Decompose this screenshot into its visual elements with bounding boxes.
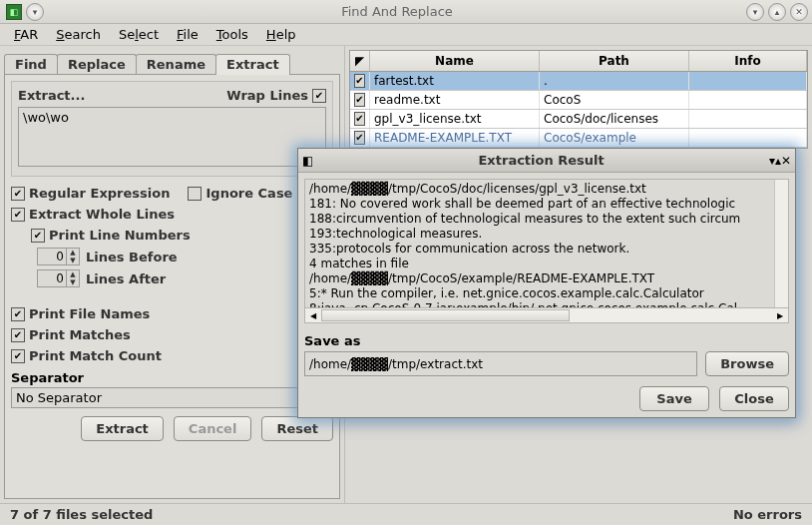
whole-lines-checkbox[interactable] — [11, 208, 25, 222]
header-info[interactable]: Info — [689, 51, 807, 71]
menu-tools[interactable]: Tools — [208, 25, 256, 44]
tab-replace[interactable]: Replace — [57, 54, 137, 74]
lines-before-spinner[interactable]: ▲▼ — [37, 248, 80, 265]
cell-name: readme.txt — [370, 91, 540, 109]
menu-file[interactable]: File — [169, 25, 206, 44]
status-errors: No errors — [733, 507, 802, 522]
result-line: 5:* Run the compiler, i.e. net.gnice.coc… — [309, 286, 784, 301]
tab-rename[interactable]: Rename — [136, 54, 216, 74]
lines-before-input[interactable] — [38, 250, 66, 263]
cell-name: fartest.txt — [370, 72, 540, 90]
extract-button[interactable]: Extract — [81, 416, 164, 441]
wrap-lines-label: Wrap Lines — [226, 88, 308, 103]
cell-info — [689, 91, 807, 109]
result-line: 181: No covered work shall be deemed par… — [309, 197, 784, 212]
vertical-scrollbar[interactable] — [774, 180, 788, 307]
result-line: 4 matches in file — [309, 257, 784, 271]
line-numbers-label: Print Line Numbers — [49, 228, 191, 243]
close-icon[interactable]: ✕ — [790, 3, 808, 21]
print-file-names-checkbox[interactable] — [11, 307, 25, 321]
menu-select[interactable]: Select — [111, 25, 167, 44]
header-name[interactable]: Name — [370, 51, 540, 71]
table-row[interactable]: gpl_v3_license.txt CocoS/doc/licenses — [350, 110, 807, 129]
window-title: Find And Replace — [48, 4, 746, 19]
separator-value[interactable] — [12, 388, 314, 407]
status-selection: 7 of 7 files selected — [10, 507, 153, 522]
statusbar: 7 of 7 files selected No errors — [0, 503, 812, 525]
dialog-title: Extraction Result — [313, 153, 769, 168]
close-button[interactable]: Close — [719, 386, 789, 411]
cell-info — [689, 110, 807, 128]
lines-after-spinner[interactable]: ▲▼ — [37, 269, 80, 287]
print-match-count-label: Print Match Count — [29, 348, 162, 363]
cancel-button: Cancel — [174, 416, 252, 441]
reset-button[interactable]: Reset — [261, 416, 333, 441]
scroll-left-icon[interactable]: ◀ — [305, 308, 321, 322]
table-row[interactable]: README-EXAMPLE.TXT CocoS/example — [350, 129, 807, 148]
result-line: 188:circumvention of technological measu… — [309, 212, 784, 227]
save-button[interactable]: Save — [639, 386, 709, 411]
print-matches-label: Print Matches — [29, 327, 131, 342]
dialog-close-icon[interactable]: ✕ — [781, 154, 791, 168]
titlebar: ◧ ▾ Find And Replace ▾ ▴ ✕ — [0, 0, 812, 24]
lines-after-input[interactable] — [38, 271, 66, 285]
line-numbers-checkbox[interactable] — [31, 229, 45, 243]
whole-lines-label: Extract Whole Lines — [29, 207, 175, 222]
menubar: FAR Search Select File Tools Help — [0, 24, 812, 46]
menu-search[interactable]: Search — [48, 25, 109, 44]
header-select-icon[interactable]: ◤ — [350, 51, 370, 71]
separator-combo[interactable]: ▼ — [11, 387, 333, 408]
browse-button[interactable]: Browse — [705, 351, 789, 376]
pattern-input[interactable]: \wo\wo — [18, 107, 326, 167]
extract-heading: Extract... — [18, 88, 85, 103]
wrap-lines-checkbox[interactable] — [312, 89, 326, 103]
menu-round-icon[interactable]: ▾ — [26, 3, 44, 21]
regex-checkbox[interactable] — [11, 187, 25, 201]
result-line: 193:technological measures. — [309, 227, 784, 242]
extraction-result-dialog: ◧ Extraction Result ▾ ▴ ✕ /home/▓▓▓▓/tmp… — [297, 148, 796, 418]
ignore-case-label: Ignore Case — [205, 186, 292, 201]
save-as-input[interactable] — [304, 351, 697, 376]
separator-label: Separator — [11, 370, 333, 385]
row-checkbox[interactable] — [354, 131, 365, 145]
cell-path: CocoS — [540, 91, 689, 109]
cell-path: . — [540, 72, 689, 90]
menu-help[interactable]: Help — [258, 25, 304, 44]
result-line: /home/▓▓▓▓/tmp/CocoS/example/README-EXAM… — [309, 271, 784, 286]
scroll-right-icon[interactable]: ▶ — [772, 308, 788, 322]
result-line: 335:protocols for communication across t… — [309, 242, 784, 257]
dialog-app-icon: ◧ — [302, 154, 313, 168]
minimize-icon[interactable]: ▾ — [746, 3, 764, 21]
row-checkbox[interactable] — [354, 93, 365, 107]
cell-name: gpl_v3_license.txt — [370, 110, 540, 128]
save-as-label: Save as — [304, 333, 789, 348]
print-matches-checkbox[interactable] — [11, 328, 25, 342]
result-line: /home/▓▓▓▓/tmp/CocoS/doc/licenses/gpl_v3… — [309, 182, 784, 197]
result-text-area[interactable]: /home/▓▓▓▓/tmp/CocoS/doc/licenses/gpl_v3… — [304, 179, 789, 308]
print-match-count-checkbox[interactable] — [11, 349, 25, 363]
regex-label: Regular Expression — [29, 186, 170, 201]
cell-name: README-EXAMPLE.TXT — [370, 129, 540, 147]
tab-find[interactable]: Find — [4, 54, 58, 74]
maximize-icon[interactable]: ▴ — [768, 3, 786, 21]
menu-far[interactable]: FAR — [6, 25, 46, 44]
tab-extract[interactable]: Extract — [215, 54, 290, 75]
table-row[interactable]: fartest.txt . — [350, 72, 807, 91]
horizontal-scrollbar[interactable]: ◀ ▶ — [304, 307, 789, 323]
print-file-names-label: Print File Names — [29, 306, 150, 321]
lines-after-label: Lines After — [86, 271, 166, 286]
lines-before-label: Lines Before — [86, 250, 178, 264]
ignore-case-checkbox[interactable] — [188, 187, 202, 201]
header-path[interactable]: Path — [540, 51, 689, 71]
tab-bar: Find Replace Rename Extract — [4, 52, 340, 74]
cell-path: CocoS/doc/licenses — [540, 110, 689, 128]
row-checkbox[interactable] — [354, 112, 365, 126]
row-checkbox[interactable] — [354, 74, 365, 88]
app-icon: ◧ — [6, 4, 22, 20]
cell-info — [689, 129, 807, 147]
result-line: 8:java -cp CocoS-0.7.jar:example/bin/ ne… — [309, 301, 784, 308]
cell-path: CocoS/example — [540, 129, 689, 147]
table-row[interactable]: readme.txt CocoS — [350, 91, 807, 110]
file-table: ◤ Name Path Info fartest.txt . readme.tx… — [349, 50, 808, 149]
cell-info — [689, 72, 807, 90]
